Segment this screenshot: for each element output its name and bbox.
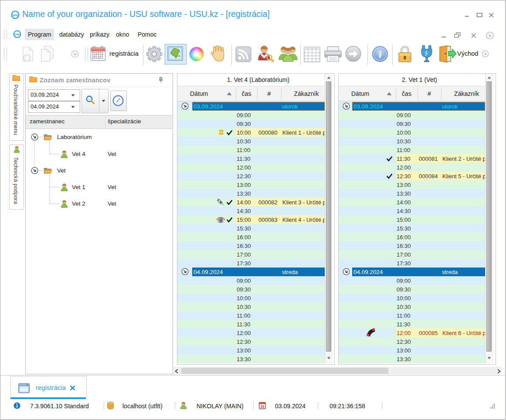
svg-text:i: i	[379, 49, 382, 60]
svg-text:usu: usu	[15, 33, 20, 36]
svg-text:usu: usu	[13, 14, 18, 17]
svg-text:31: 31	[260, 404, 265, 409]
